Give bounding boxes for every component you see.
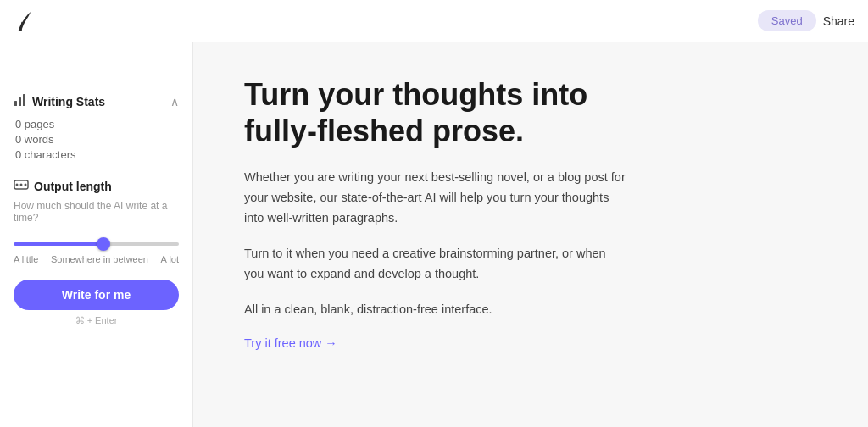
main-headline: Turn your thoughts into fully-fleshed pr… [244, 76, 600, 149]
write-for-me-button[interactable]: Write for me [14, 280, 179, 310]
slider-container: A little Somewhere in between A lot [14, 234, 179, 264]
output-length-header: Output length [14, 178, 179, 195]
output-icon [14, 178, 29, 195]
writing-stats-section: Writing Stats ∧ [14, 93, 179, 109]
svg-point-5 [20, 184, 23, 186]
svg-rect-0 [14, 101, 17, 106]
topbar: Saved Share [0, 0, 868, 42]
sidebar: Writing Stats ∧ 0 pages 0 words 0 charac… [0, 42, 193, 427]
slider-label-left: A little [14, 254, 38, 264]
stats-list: 0 pages 0 words 0 characters [14, 118, 179, 161]
stat-characters: 0 characters [15, 148, 179, 161]
logo [14, 9, 32, 33]
topbar-actions: Saved Share [758, 10, 854, 31]
writing-stats-title: Writing Stats [32, 95, 105, 108]
output-length-section: Output length How much should the AI wri… [14, 178, 179, 326]
saved-button[interactable]: Saved [758, 10, 816, 31]
svg-point-6 [25, 184, 27, 186]
slider-labels: A little Somewhere in between A lot [14, 254, 179, 264]
stat-words: 0 words [15, 133, 179, 146]
stats-icon [14, 93, 27, 109]
stat-pages: 0 pages [15, 118, 179, 130]
main-para-1: Whether you are writing your next best-s… [244, 168, 626, 229]
slider-label-right: A lot [161, 254, 179, 264]
svg-point-4 [16, 184, 19, 186]
output-length-description: How much should the AI write at a time? [14, 200, 179, 224]
cta-link[interactable]: Try it free now → [244, 336, 337, 350]
writing-stats-title-row: Writing Stats [14, 93, 105, 109]
main-content: Turn your thoughts into fully-fleshed pr… [193, 42, 868, 427]
main-para-2: Turn to it when you need a creative brai… [244, 244, 626, 285]
output-length-title: Output length [34, 180, 112, 193]
slider-label-middle: Somewhere in between [38, 254, 160, 264]
svg-rect-1 [19, 97, 21, 106]
svg-rect-2 [23, 94, 25, 106]
output-length-slider[interactable] [14, 242, 179, 246]
share-button[interactable]: Share [823, 14, 854, 28]
main-para-3: All in a clean, blank, distraction-free … [244, 300, 626, 320]
writing-stats-chevron[interactable]: ∧ [170, 95, 179, 108]
keyboard-shortcut: ⌘ + Enter [14, 315, 179, 326]
